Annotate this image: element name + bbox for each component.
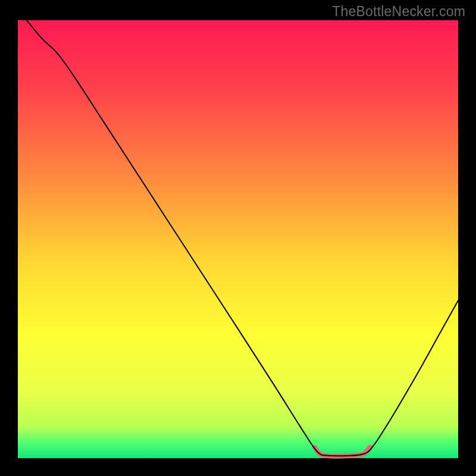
chart-frame: TheBottleNecker.com xyxy=(0,0,476,476)
bottleneck-chart xyxy=(0,0,476,476)
plot-background xyxy=(18,20,458,458)
watermark-text: TheBottleNecker.com xyxy=(332,4,465,20)
